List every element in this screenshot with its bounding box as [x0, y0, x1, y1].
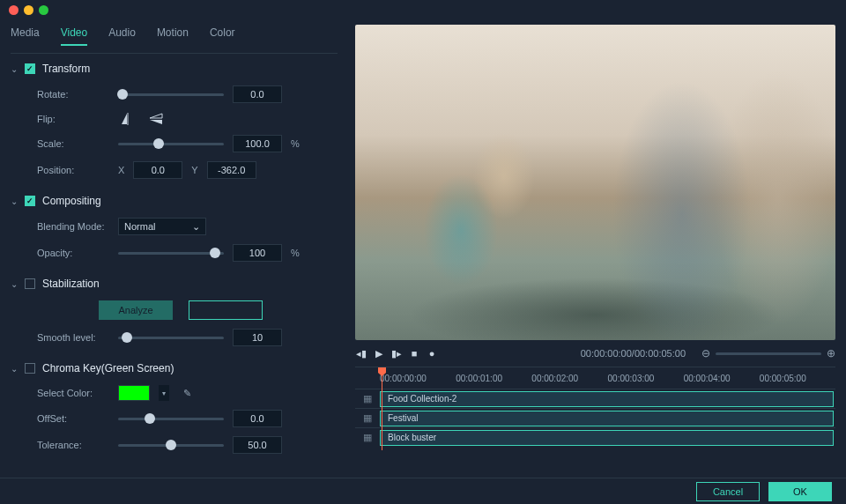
- position-x-label: X: [118, 165, 124, 175]
- ruler-mark: 00:00:03:00: [608, 374, 684, 383]
- ruler-mark: 00:00:02:00: [531, 374, 607, 383]
- offset-slider[interactable]: [118, 418, 224, 420]
- color-dropdown-icon[interactable]: ▾: [159, 385, 169, 401]
- opacity-label: Opacity:: [37, 248, 109, 258]
- select-color-label: Select Color:: [37, 388, 109, 398]
- smooth-label: Smooth level:: [37, 332, 109, 343]
- close-window-icon[interactable]: [9, 5, 19, 15]
- rotate-slider[interactable]: [118, 93, 224, 96]
- compositing-title: Compositing: [42, 195, 101, 207]
- timeline: 00:00:00:00 00:00:01:00 00:00:02:00 00:0…: [355, 367, 835, 447]
- tolerance-slider[interactable]: [118, 444, 224, 447]
- record-icon[interactable]: ●: [426, 347, 438, 359]
- chroma-checkbox[interactable]: [25, 363, 35, 374]
- section-chroma-key: ⌄ Chroma Key(Green Screen) Select Color:…: [11, 362, 338, 454]
- chevron-down-icon: ⌄: [192, 221, 200, 233]
- timecode-display: 00:00:00:00/00:00:05:00: [581, 348, 686, 359]
- scale-value[interactable]: 100.0: [233, 135, 282, 152]
- blend-mode-value: Normal: [124, 221, 155, 232]
- stop-icon[interactable]: ■: [408, 347, 420, 359]
- chevron-down-icon[interactable]: ⌄: [11, 64, 18, 74]
- ruler-mark: 00:00:00:00: [380, 374, 456, 383]
- opacity-value[interactable]: 100: [233, 244, 282, 262]
- video-track-icon[interactable]: ▦: [355, 412, 380, 424]
- analyze-button[interactable]: Analyze: [99, 300, 173, 320]
- track-row: ▦ Food Collection-2: [355, 389, 835, 408]
- window-titlebar: [0, 0, 846, 19]
- tab-video[interactable]: Video: [61, 26, 87, 46]
- offset-value[interactable]: 0.0: [233, 410, 282, 427]
- compositing-checkbox[interactable]: [25, 196, 35, 206]
- section-transform: ⌄ Transform Rotate: 0.0 Flip: Scale: 100…: [11, 63, 338, 179]
- tolerance-value[interactable]: 50.0: [233, 436, 282, 454]
- chevron-down-icon[interactable]: ⌄: [11, 196, 18, 206]
- ruler-mark: 00:00:04:00: [684, 374, 760, 383]
- transform-checkbox[interactable]: [25, 63, 35, 74]
- chevron-down-icon[interactable]: ⌄: [11, 279, 18, 289]
- scale-unit: %: [291, 138, 300, 149]
- section-compositing: ⌄ Compositing Blending Mode: Normal ⌄ Op…: [11, 195, 338, 262]
- inspector-panel: Media Video Audio Motion Color ⌄ Transfo…: [0, 19, 348, 478]
- flip-horizontal-icon[interactable]: [118, 112, 137, 126]
- zoom-out-icon[interactable]: ⊖: [701, 347, 710, 359]
- color-swatch[interactable]: [118, 385, 150, 401]
- ruler-mark: 00:00:05:00: [760, 374, 835, 383]
- rotate-label: Rotate:: [37, 89, 109, 100]
- opacity-unit: %: [291, 248, 300, 258]
- minimize-window-icon[interactable]: [24, 5, 33, 15]
- track-row: ▦ Festival: [355, 408, 835, 427]
- tab-audio[interactable]: Audio: [108, 26, 136, 46]
- stabilization-title: Stabilization: [42, 278, 100, 290]
- zoom-in-icon[interactable]: ⊕: [827, 347, 835, 359]
- tab-color[interactable]: Color: [210, 26, 235, 46]
- clip[interactable]: Block buster: [380, 430, 834, 446]
- scale-slider[interactable]: [118, 143, 224, 145]
- position-x-value[interactable]: 0.0: [133, 161, 182, 179]
- tab-media[interactable]: Media: [11, 26, 40, 46]
- next-frame-icon[interactable]: ▮▸: [390, 347, 403, 359]
- zoom-slider[interactable]: [716, 352, 821, 355]
- dialog-footer: Cancel OK: [0, 478, 846, 504]
- transform-title: Transform: [42, 63, 90, 75]
- position-y-label: Y: [191, 165, 197, 175]
- video-preview[interactable]: [355, 25, 835, 340]
- rotate-value[interactable]: 0.0: [233, 85, 282, 103]
- blend-mode-select[interactable]: Normal ⌄: [118, 218, 206, 235]
- video-track-icon[interactable]: ▦: [355, 393, 380, 404]
- position-y-value[interactable]: -362.0: [207, 161, 256, 179]
- chroma-title: Chroma Key(Green Screen): [42, 362, 174, 374]
- clip[interactable]: Food Collection-2: [380, 391, 834, 407]
- tolerance-label: Tolerance:: [37, 440, 109, 450]
- ruler-mark: 00:00:01:00: [456, 374, 531, 383]
- chevron-down-icon[interactable]: ⌄: [11, 364, 18, 374]
- video-track-icon[interactable]: ▦: [355, 432, 380, 443]
- cancel-button[interactable]: Cancel: [696, 482, 760, 501]
- flip-vertical-icon[interactable]: [146, 112, 166, 126]
- inspector-tabs: Media Video Audio Motion Color: [11, 19, 338, 54]
- play-icon[interactable]: ▶: [373, 347, 385, 359]
- smooth-value[interactable]: 10: [233, 329, 282, 346]
- eyedropper-icon[interactable]: ✎: [183, 388, 191, 399]
- section-stabilization: ⌄ Stabilization Analyze Smooth level: 10: [11, 278, 338, 346]
- ok-button[interactable]: OK: [768, 482, 832, 501]
- timeline-ruler[interactable]: 00:00:00:00 00:00:01:00 00:00:02:00 00:0…: [355, 367, 835, 389]
- playhead[interactable]: [382, 367, 382, 450]
- scale-label: Scale:: [37, 138, 109, 149]
- track-row: ▦ Block buster: [355, 427, 835, 447]
- playback-controls: ◂▮ ▶ ▮▸ ■ ● 00:00:00:00/00:00:05:00 ⊖ ⊕: [355, 340, 835, 367]
- opacity-slider[interactable]: [118, 252, 224, 255]
- stabilization-checkbox[interactable]: [25, 278, 35, 289]
- stabilization-secondary-button[interactable]: [189, 300, 263, 320]
- position-label: Position:: [37, 165, 109, 175]
- preview-panel: ◂▮ ▶ ▮▸ ■ ● 00:00:00:00/00:00:05:00 ⊖ ⊕ …: [348, 19, 846, 478]
- blend-label: Blending Mode:: [37, 221, 109, 232]
- offset-label: OffSet:: [37, 413, 109, 424]
- clip[interactable]: Festival: [380, 411, 834, 426]
- prev-frame-icon[interactable]: ◂▮: [355, 347, 367, 359]
- flip-label: Flip:: [37, 114, 109, 124]
- tab-motion[interactable]: Motion: [157, 26, 189, 46]
- smooth-slider[interactable]: [118, 337, 224, 339]
- maximize-window-icon[interactable]: [39, 5, 48, 15]
